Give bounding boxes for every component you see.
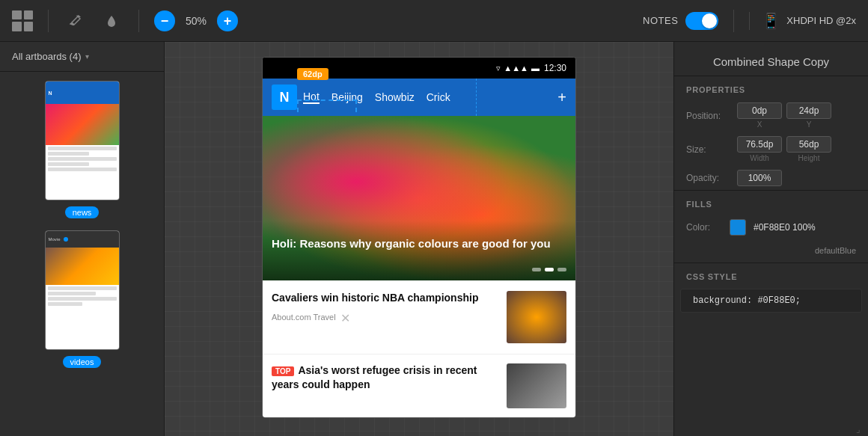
size-width-label: Width [750, 154, 769, 162]
artboard-thumb-news: N [45, 81, 120, 200]
separator-3 [733, 10, 734, 32]
css-code[interactable]: background: #0F88E0; [680, 289, 862, 313]
chevron-down-icon: ▾ [85, 52, 89, 61]
thumb-v-row-4 [48, 302, 82, 306]
position-y-input[interactable]: 24dp [786, 102, 831, 119]
thumb-row-5 [48, 168, 117, 171]
position-y-col: 24dp Y [786, 102, 831, 129]
grid-icon[interactable] [12, 10, 33, 31]
size-width-input[interactable]: 76.5dp [737, 136, 782, 153]
drop-icon-button[interactable] [100, 9, 123, 33]
properties-header: PROPERTIES [674, 76, 868, 99]
thumb-row-1 [48, 147, 117, 150]
nav-plus-button[interactable]: + [557, 89, 566, 106]
size-height-label: Height [798, 154, 820, 162]
size-width-col: 76.5dp Width [737, 136, 782, 162]
artboard-thumb-videos: Movie [45, 230, 120, 350]
main-area: All artboards (4) ▾ N [0, 42, 868, 436]
color-name: defaultBlue [815, 246, 856, 255]
canvas[interactable]: ▿ ▲▲▲ ▬ 12:30 62dp N Hot Beijing Showbiz… [165, 42, 673, 436]
dp-badge: 62dp [297, 68, 328, 80]
artboard-item-news[interactable]: N news [12, 81, 152, 218]
opacity-input[interactable]: 100% [737, 170, 782, 186]
hero-dots [532, 268, 566, 271]
right-panel: Combined Shape Copy PROPERTIES Position:… [673, 42, 868, 436]
opacity-row: Opacity: 100% [674, 166, 868, 190]
separator-1 [48, 10, 49, 32]
separator-2 [138, 10, 139, 32]
panel-title-row: Combined Shape Copy [674, 42, 868, 76]
zoom-in-button[interactable]: + [217, 10, 238, 31]
nav-tab-showbiz[interactable]: Showbiz [375, 91, 415, 103]
article-1-thumbnail [507, 291, 566, 343]
phone-icon: 📱 [762, 12, 780, 30]
phone-hero: Holi: Reasons why organic colours are go… [263, 116, 575, 280]
signal-icon: ▲▲▲ [504, 64, 528, 73]
size-height-input[interactable]: 56dp [786, 136, 831, 153]
nav-tab-beijing[interactable]: Beijing [331, 91, 363, 103]
position-label: Position: [686, 111, 731, 121]
zoom-control: − 50% + [154, 10, 238, 31]
nav-tab-hot[interactable]: Hot [303, 90, 320, 104]
article-1-thumb-image [507, 291, 566, 343]
thumb-videos-dot [64, 237, 68, 242]
size-values: 76.5dp Width 56dp Height [737, 136, 831, 162]
article-1-title: Cavaliers win historic NBA championship [272, 291, 499, 305]
wifi-icon: ▿ [496, 64, 501, 73]
article-2-text: TOPAsia's worst refugee crisis in recent… [272, 363, 499, 392]
top-badge: TOP [272, 366, 294, 376]
hero-title: Holi: Reasons why organic colours are go… [272, 236, 566, 251]
status-icons: ▿ ▲▲▲ ▬ [496, 64, 540, 73]
zoom-out-button[interactable]: − [154, 10, 175, 31]
nav-logo: N [272, 85, 297, 110]
notes-label: NOTES [643, 15, 678, 26]
nav-tabs: Hot Beijing Showbiz Crick [303, 90, 551, 104]
artboards-title: All artboards (4) [12, 51, 81, 62]
css-section: CSS STYLE background: #0F88E0; [674, 262, 868, 316]
position-values: 0dp X 24dp Y [737, 102, 831, 129]
thumb-videos-top-text: Movie [49, 237, 61, 242]
thumb-news-hero [46, 104, 119, 145]
hero-dot-1 [532, 268, 541, 271]
zoom-value: 50% [181, 15, 211, 27]
position-row: Position: 0dp X 24dp Y [674, 99, 868, 132]
thumb-videos-hero [46, 248, 119, 285]
toolbar: − 50% + NOTES 📱 XHDPI HD @2x [0, 0, 868, 42]
thumb-row-4 [48, 162, 89, 166]
thumb-v-row-1 [48, 286, 117, 290]
pencil-button[interactable] [64, 9, 88, 33]
opacity-label: Opacity: [686, 173, 731, 183]
phone-article-2[interactable]: TOPAsia's worst refugee crisis in recent… [263, 354, 575, 417]
artboard-item-videos[interactable]: Movie videos [12, 230, 152, 368]
toggle-knob [702, 13, 717, 28]
color-label: Color: [686, 222, 722, 233]
notes-toggle[interactable] [685, 12, 718, 30]
hero-overlay [263, 221, 575, 280]
position-x-input[interactable]: 0dp [737, 102, 782, 119]
thumb-videos-content [46, 285, 119, 309]
fills-header: FILLS [674, 191, 868, 213]
position-x-col: 0dp X [737, 102, 782, 129]
phone-article-1[interactable]: Cavaliers win historic NBA championship … [263, 280, 575, 354]
color-swatch[interactable] [730, 219, 746, 236]
article-close-button[interactable]: ✕ [340, 311, 350, 325]
hero-dot-3 [557, 268, 566, 271]
nav-tab-crick[interactable]: Crick [427, 91, 450, 103]
color-value: #0F88E0 100% [754, 222, 816, 233]
position-y-label: Y [807, 120, 812, 129]
status-time: 12:30 [544, 63, 566, 73]
article-1-source: About.com Travel ✕ [272, 310, 499, 325]
thumb-row-3 [48, 157, 117, 161]
artboards-header[interactable]: All artboards (4) ▾ [0, 42, 164, 72]
fills-section: FILLS Color: #0F88E0 100% defaultBlue [674, 190, 868, 262]
size-label: Size: [686, 144, 731, 155]
resize-handle[interactable]: ⌟ [856, 424, 865, 433]
thumb-v-row-3 [48, 297, 117, 301]
artboard-label-videos: videos [63, 356, 102, 368]
article-1-text: Cavaliers win historic NBA championship … [272, 291, 499, 325]
position-x-label: X [757, 120, 762, 129]
phone-mockup: ▿ ▲▲▲ ▬ 12:30 62dp N Hot Beijing Showbiz… [262, 57, 576, 418]
article-2-thumbnail [507, 363, 566, 408]
artboards-list: N news [0, 72, 164, 436]
left-panel: All artboards (4) ▾ N [0, 42, 165, 436]
